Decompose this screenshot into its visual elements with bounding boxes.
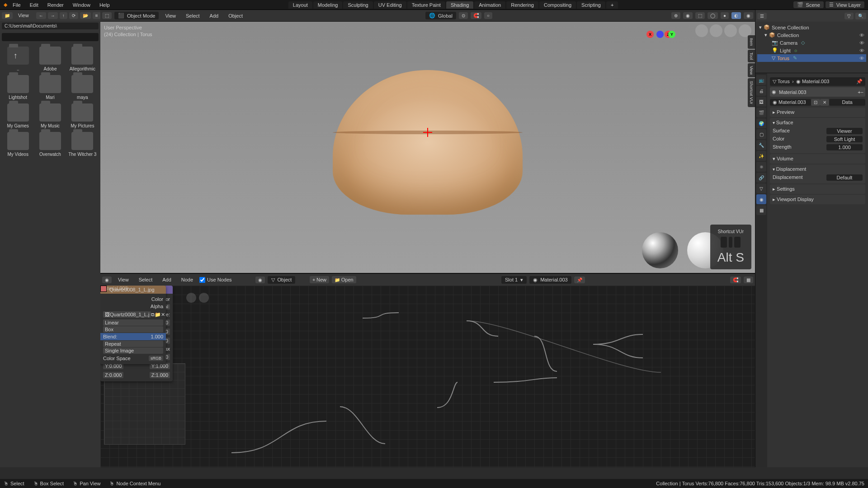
shading-solid-icon[interactable]: ●: [721, 12, 729, 19]
visibility-toggle-icon[interactable]: 👁: [859, 33, 864, 38]
panel-settings[interactable]: ▸ Settings: [770, 184, 865, 194]
tab-sculpting[interactable]: Sculpting: [343, 1, 373, 9]
nav-fwd-icon[interactable]: →: [48, 12, 58, 19]
tab-layout[interactable]: Layout: [288, 1, 312, 9]
folder-maya[interactable]: maya: [68, 75, 97, 100]
folder-witcher[interactable]: The Witcher 3: [68, 132, 97, 157]
interp-selector[interactable]: Linear: [103, 319, 163, 326]
search-field[interactable]: [2, 33, 99, 41]
ne-node-menu[interactable]: Node: [178, 276, 197, 283]
tree-camera[interactable]: 📷Camera◇👁: [757, 39, 866, 47]
panel-preview[interactable]: ▸ Preview: [770, 108, 865, 117]
visibility-toggle-icon[interactable]: 👁: [859, 48, 864, 53]
folder-overwatch[interactable]: Overwatch: [36, 132, 64, 157]
vp-object-menu[interactable]: Object: [225, 12, 246, 19]
menu-render[interactable]: Render: [44, 1, 67, 9]
snap-node-icon[interactable]: 🧲: [730, 277, 741, 283]
new-button[interactable]: + New: [310, 276, 329, 283]
menu-window[interactable]: Window: [69, 1, 94, 9]
folder-up[interactable]: ↑..: [4, 47, 32, 71]
material-name-field[interactable]: ◉ Material.003: [770, 99, 811, 106]
gizmos-icon[interactable]: ⊕: [671, 12, 680, 19]
tree-collection[interactable]: ▾📦Collection👁: [757, 31, 866, 39]
tab-compositing[interactable]: Compositing: [539, 1, 576, 9]
vp-add-menu[interactable]: Add: [206, 12, 222, 19]
props-tab-physics[interactable]: ⚛: [756, 162, 766, 172]
visibility-toggle-icon[interactable]: 👁: [859, 56, 864, 61]
folder-mari[interactable]: Mari: [36, 75, 64, 100]
image-users-icon[interactable]: ⧉: [151, 312, 155, 318]
material-slot[interactable]: Material.003: [776, 89, 858, 95]
colorspace-selector[interactable]: sRGB: [149, 356, 163, 361]
filter-icon[interactable]: ▽: [844, 13, 854, 19]
nav-gizmo[interactable]: Z Y X: [646, 31, 674, 58]
tab-add-workspace[interactable]: +: [606, 1, 618, 9]
tab-uv[interactable]: UV Editing: [374, 1, 406, 9]
source-selector[interactable]: Single Image: [103, 347, 163, 354]
props-tab-constraints[interactable]: 🔗: [756, 173, 766, 183]
material-selector[interactable]: ◉Material.003: [529, 276, 571, 284]
surface-shader-selector[interactable]: Viewer: [826, 128, 863, 134]
panel-volume[interactable]: ▾ Volume: [770, 154, 865, 164]
pivot-icon[interactable]: ⊙: [459, 12, 468, 19]
unlink-icon[interactable]: ✕: [820, 99, 829, 106]
editor-type-3dview-icon[interactable]: ⬚: [102, 12, 112, 19]
folder-mymusic[interactable]: My Music: [36, 103, 64, 128]
camera-view-icon[interactable]: [695, 24, 708, 37]
props-tab-data[interactable]: ▽: [756, 183, 766, 193]
slot-remove-icon[interactable]: −: [861, 89, 863, 95]
folder-mypictures[interactable]: My Pictures: [68, 103, 97, 128]
vp-view-menu[interactable]: View: [161, 12, 179, 19]
npanel-tab-shortcut[interactable]: Shortcut VUr: [748, 78, 755, 107]
strength-input[interactable]: 1.000: [826, 144, 863, 150]
props-tab-modifiers[interactable]: 🔧: [756, 140, 766, 150]
tree-torus[interactable]: ▽Torus✎👁: [757, 54, 866, 62]
torus-mesh[interactable]: [333, 70, 523, 215]
node-toggle-icon[interactable]: ⊡: [811, 99, 820, 106]
node-image-texture[interactable]: ▼Quartz0008_1_L.jpg Color Alpha 🖼 Quartz…: [100, 286, 166, 364]
shading-lookdev-icon[interactable]: ◐: [731, 12, 741, 19]
image-open-icon[interactable]: 📁: [155, 312, 161, 318]
ne-add-menu[interactable]: Add: [159, 276, 175, 283]
shading-render-icon[interactable]: ◉: [744, 12, 753, 19]
props-tab-output[interactable]: 🖨: [756, 86, 766, 96]
props-tab-material[interactable]: ◉: [756, 194, 766, 204]
editor-type-node-icon[interactable]: ◉: [102, 277, 112, 283]
display-list-icon[interactable]: ≡: [93, 12, 101, 19]
pin-icon[interactable]: 📌: [574, 277, 585, 283]
tab-modeling[interactable]: Modeling: [313, 1, 343, 9]
3d-viewport[interactable]: User Perspective (24) Collection | Torus…: [100, 22, 755, 273]
folder-mygames[interactable]: My Games: [4, 103, 32, 128]
shader-type-icon[interactable]: ◉: [255, 277, 265, 283]
editor-type-icon[interactable]: 📁: [2, 12, 13, 19]
vp-select-menu[interactable]: Select: [182, 12, 203, 19]
node-canvas[interactable]: ▼Noise Texture Color Fac Vector Scale:13…: [100, 286, 755, 467]
search-icon[interactable]: 🔍: [855, 13, 866, 19]
viewlayer-selector[interactable]: ☰ View Layer: [826, 1, 864, 8]
tree-light[interactable]: 💡Light○👁: [757, 47, 866, 54]
npanel-tab-view[interactable]: View: [748, 63, 755, 77]
new-folder-icon[interactable]: 📂: [80, 12, 91, 19]
link-type[interactable]: Data: [829, 99, 865, 106]
extension-selector[interactable]: Repeat: [103, 341, 163, 347]
proportional-icon[interactable]: ○: [484, 12, 492, 19]
menu-help[interactable]: Help: [96, 1, 113, 9]
slot-selector[interactable]: Slot 1 ▾: [501, 276, 527, 284]
color-input[interactable]: Soft Light: [826, 136, 863, 142]
xray-icon[interactable]: ⬚: [695, 12, 705, 19]
menu-file[interactable]: File: [9, 1, 24, 9]
tree-scene-collection[interactable]: ▾📦Scene Collection: [757, 23, 866, 31]
panel-viewport-display[interactable]: ▸ Viewport Display: [770, 195, 865, 204]
tab-rendering[interactable]: Rendering: [506, 1, 538, 9]
visibility-toggle-icon[interactable]: 👁: [859, 40, 864, 46]
npanel-tab-item[interactable]: Item: [748, 35, 755, 49]
folder-myvideos[interactable]: My Videos: [4, 132, 32, 157]
props-tab-object[interactable]: ▢: [756, 129, 766, 139]
tab-animation[interactable]: Animation: [474, 1, 505, 9]
open-button[interactable]: 📁 Open: [332, 276, 356, 283]
scene-selector[interactable]: 🎬 Scene: [793, 1, 824, 8]
object-data-selector[interactable]: ▽Object: [268, 276, 296, 284]
fb-view-menu[interactable]: View: [14, 12, 33, 19]
path-field[interactable]: C:\Users\mail\Documents\: [2, 23, 99, 29]
ne-view-menu[interactable]: View: [114, 276, 132, 283]
